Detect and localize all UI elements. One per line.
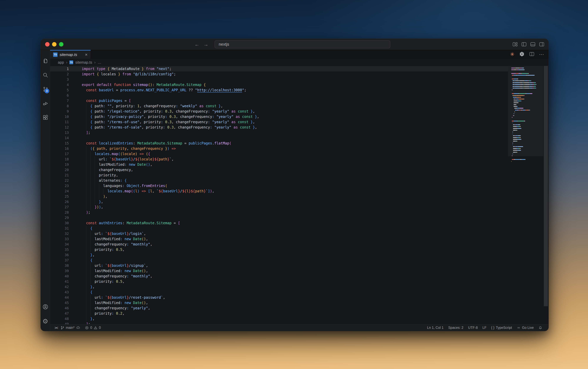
code-line[interactable]: 17 locales.map((locale) => ({ — [50, 151, 508, 157]
code-line[interactable]: 3 — [50, 77, 508, 82]
code-line[interactable]: 11 { path: "/terms-of-use", priority: 0.… — [50, 119, 508, 125]
navigate-back-icon[interactable]: ← — [194, 41, 200, 47]
code-line[interactable]: 43 { — [50, 289, 508, 295]
code-line[interactable]: 25 ), — [50, 194, 508, 199]
minimize-window-button[interactable] — [52, 42, 56, 47]
remote-indicator[interactable]: >< — [52, 326, 58, 330]
toggle-secondary-sidebar-icon[interactable] — [539, 42, 544, 47]
go-live-button[interactable]: Go Live — [514, 326, 536, 330]
command-center-search[interactable]: nextjs — [215, 40, 390, 48]
sidebar-item-extensions[interactable] — [41, 111, 50, 125]
code-line[interactable]: 41 priority: 0.5, — [50, 279, 508, 284]
sync-changes-icon[interactable] — [76, 326, 80, 330]
encoding-setting[interactable]: UTF-8 — [466, 326, 480, 330]
breadcrumb-item-app[interactable]: app — [58, 60, 64, 65]
editor-scrollbar[interactable] — [543, 66, 548, 324]
code-line[interactable]: 14 — [50, 135, 508, 141]
code-line[interactable]: 34 changeFrequency: "monthly", — [50, 242, 508, 247]
code-line[interactable]: 18 url: `${baseUrl}/${locale}${path}`, — [50, 157, 508, 162]
line-number: 6 — [50, 93, 75, 98]
minimap-slider[interactable] — [508, 66, 543, 156]
code-line[interactable]: 19 lastModified: new Date(), — [50, 162, 508, 167]
notifications-bell-icon[interactable] — [536, 326, 545, 330]
code-line[interactable]: 7 const publicPages = [ — [50, 98, 508, 103]
language-mode-label: TypeScript — [496, 326, 512, 330]
tab-sitemap-ts[interactable]: TS sitemap.ts × — [50, 50, 91, 59]
code-line[interactable]: 44 url: `${baseUrl}/reset-password`, — [50, 295, 508, 300]
code-line[interactable]: 8 { path: "", priority: 1, changeFrequen… — [50, 103, 508, 109]
code-line[interactable]: 28 ); — [50, 210, 508, 215]
claude-extension-icon[interactable]: ✳ — [510, 52, 514, 57]
customize-layout-icon[interactable] — [513, 42, 518, 47]
code-line[interactable]: 13 ]; — [50, 130, 508, 135]
code-line[interactable]: 6 — [50, 93, 508, 98]
code-line[interactable]: 15 const localizedEntries: MetadataRoute… — [50, 141, 508, 146]
code-line[interactable]: 48 }, — [50, 316, 508, 321]
code-line[interactable]: 47 priority: 0.2, — [50, 311, 508, 316]
code-line[interactable]: 22 alternates: { — [50, 178, 508, 183]
code-line[interactable]: 12 { path: "/terms-of-sale", priority: 0… — [50, 125, 508, 130]
sidebar-item-settings[interactable]: ⚙ — [41, 314, 50, 328]
code-line[interactable]: 26 }, — [50, 199, 508, 204]
code-line[interactable]: 24 locales.map((l) => [l, `${baseUrl}/${… — [50, 189, 508, 194]
problems-status[interactable]: 0 0 — [83, 326, 103, 330]
code-line[interactable]: 2import { locales } from "@/lib/i18n/con… — [50, 71, 508, 77]
sidebar-item-explorer[interactable] — [41, 54, 50, 68]
cursor-position[interactable]: Ln 1, Col 1 — [425, 326, 446, 330]
navigate-forward-icon[interactable]: → — [203, 41, 208, 47]
code-line[interactable]: 42 }, — [50, 284, 508, 289]
code-line[interactable]: 45 lastModified: new Date(), — [50, 300, 508, 306]
close-tab-icon[interactable]: × — [85, 52, 88, 57]
sidebar-item-account[interactable] — [41, 300, 50, 314]
code-line[interactable]: 40 changeFrequency: "monthly", — [50, 274, 508, 279]
source-control-badge: 3 — [44, 89, 49, 93]
toggle-primary-sidebar-icon[interactable] — [521, 42, 527, 47]
code-line[interactable]: 20 changeFrequency, — [50, 167, 508, 172]
code-line[interactable]: 10 { path: "/privacy-policy", priority: … — [50, 114, 508, 119]
close-window-button[interactable] — [45, 42, 50, 47]
sidebar-item-source-control[interactable]: 3 — [41, 82, 50, 97]
code-line[interactable]: 29 — [50, 215, 508, 220]
breadcrumb-item-symbol[interactable]: … — [98, 60, 101, 65]
braces-icon: { } — [491, 326, 494, 330]
code-line[interactable]: 32 url: `${baseUrl}/login`, — [50, 231, 508, 236]
code-line[interactable]: 33 lastModified: new Date(), — [50, 236, 508, 242]
language-mode[interactable]: { } TypeScript — [489, 326, 514, 330]
breadcrumb-item-file[interactable]: sitemap.ts — [75, 60, 92, 65]
broadcast-icon — [517, 326, 521, 330]
code-line[interactable]: 4export default function sitemap(): Meta… — [50, 82, 508, 88]
code-line[interactable]: 9 { path: "/legal-notice", priority: 0.3… — [50, 109, 508, 114]
openai-extension-icon[interactable] — [519, 51, 525, 57]
code-line[interactable]: 21 priority, — [50, 172, 508, 178]
indent-guide — [90, 189, 91, 194]
eol-setting[interactable]: LF — [480, 326, 489, 330]
title-bar[interactable]: ← → nextjs — [41, 39, 548, 50]
indentation-setting[interactable]: Spaces: 2 — [446, 326, 466, 330]
code-line[interactable]: 37 { — [50, 258, 508, 263]
scrollbar-thumb[interactable] — [544, 66, 548, 306]
sidebar-item-search[interactable] — [41, 68, 50, 82]
code-editor[interactable]: 1import type { MetadataRoute } from "nex… — [50, 66, 508, 324]
git-branch-status[interactable]: main* — [58, 326, 83, 330]
chevron-right-icon: › — [66, 60, 67, 65]
code-line[interactable]: 5 const baseUrl = process.env.NEXT_PUBLI… — [50, 88, 508, 93]
code-line[interactable]: 30 const authEntries: MetadataRoute.Site… — [50, 220, 508, 226]
split-editor-icon[interactable] — [529, 52, 534, 57]
code-line[interactable]: 27 })), — [50, 204, 508, 210]
more-actions-icon[interactable]: ⋯ — [539, 52, 544, 57]
minimap[interactable] — [508, 66, 543, 324]
code-line[interactable]: 23 languages: Object.fromEntries( — [50, 183, 508, 189]
sidebar-item-run-debug[interactable] — [41, 97, 50, 111]
code-line[interactable]: 38 url: `${baseUrl}/signup`, — [50, 263, 508, 268]
code-line[interactable]: 31 { — [50, 226, 508, 231]
code-line[interactable]: 39 lastModified: new Date(), — [50, 268, 508, 274]
code-line[interactable]: 16 ({ path, priority, changeFrequency })… — [50, 146, 508, 151]
code-line[interactable]: 1import type { MetadataRoute } from "nex… — [50, 66, 508, 71]
code-line[interactable]: 49 ]; — [50, 321, 508, 324]
code-line[interactable]: 46 changeFrequency: "yearly", — [50, 306, 508, 311]
code-line[interactable]: 35 priority: 0.5, — [50, 247, 508, 252]
line-number: 48 — [50, 316, 75, 321]
zoom-window-button[interactable] — [59, 42, 63, 47]
code-line[interactable]: 36 }, — [50, 252, 508, 258]
toggle-panel-icon[interactable] — [530, 42, 536, 47]
